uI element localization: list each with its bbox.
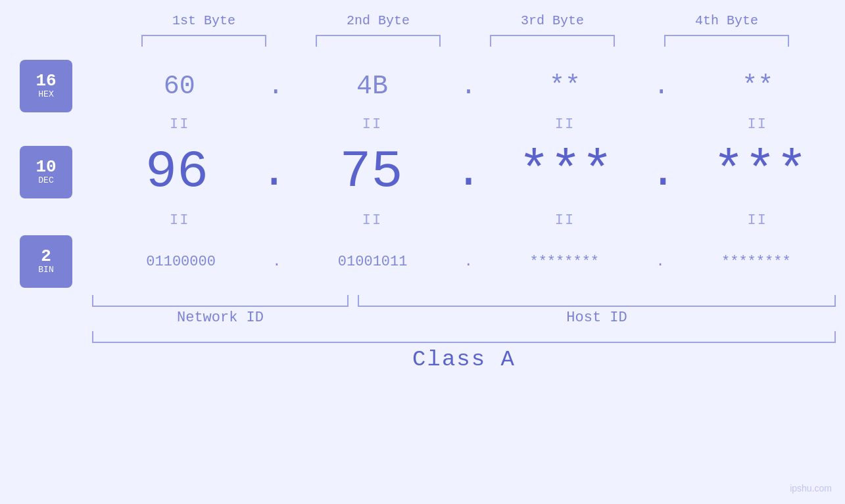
hex-cell-1: 60 xyxy=(104,72,255,101)
host-id-label: Host ID xyxy=(358,309,836,326)
hex-val-2: 4B xyxy=(356,72,388,101)
dec-dot-2: . xyxy=(454,147,482,198)
hex-badge: 16 HEX xyxy=(20,60,72,112)
dec-cell-4: *** xyxy=(685,146,836,198)
class-label: Class A xyxy=(92,347,836,372)
equals2-4: II xyxy=(748,212,767,229)
hex-val-4: ** xyxy=(742,72,773,101)
hex-dot-1: . xyxy=(268,72,283,101)
byte-headers: 1st Byte 2nd Byte 3rd Byte 4th Byte xyxy=(117,13,814,28)
top-bracket-3 xyxy=(490,35,615,47)
bin-cell-3: ******** xyxy=(489,254,640,270)
bin-badge-num: 2 xyxy=(41,248,51,265)
top-brackets xyxy=(117,35,814,47)
dec-badge-num: 10 xyxy=(36,158,56,175)
byte4-header: 4th Byte xyxy=(651,13,802,28)
dec-val-1: 96 xyxy=(145,146,208,198)
top-bracket-1 xyxy=(141,35,266,47)
eq2-cell-4: II xyxy=(682,212,833,229)
byte2-header: 2nd Byte xyxy=(302,13,454,28)
bin-dot-1: . xyxy=(272,254,281,270)
hex-badge-label: HEX xyxy=(38,89,53,100)
hex-badge-num: 16 xyxy=(36,72,56,89)
network-id-label: Network ID xyxy=(92,309,349,326)
dec-val-2: 75 xyxy=(340,146,403,198)
bin-val-3: ******** xyxy=(529,254,599,270)
dec-cell-1: 96 xyxy=(101,146,253,198)
dec-badge-label: DEC xyxy=(38,175,53,186)
bin-dot-3: . xyxy=(656,254,664,270)
hex-cell-2: 4B xyxy=(297,72,448,101)
dec-cell-2: 75 xyxy=(296,146,447,198)
eq-cell-2: II xyxy=(297,116,448,133)
bin-val-4: ******** xyxy=(721,254,791,270)
equals-4: II xyxy=(748,116,767,133)
eq-cell-3: II xyxy=(489,116,640,133)
network-id-bracket xyxy=(92,295,349,307)
dec-dot-3: . xyxy=(649,147,677,198)
bin-dot-2: . xyxy=(464,254,473,270)
bin-badge: 2 BIN xyxy=(20,235,72,288)
bin-val-1: 01100000 xyxy=(146,254,216,270)
hex-dot-3: . xyxy=(654,72,669,101)
bin-cell-4: ******** xyxy=(681,254,832,270)
dec-dot-1: . xyxy=(260,147,288,198)
eq-cell-1: II xyxy=(104,116,255,133)
eq2-cell-1: II xyxy=(104,212,255,229)
eq2-cell-2: II xyxy=(297,212,448,229)
hex-cell-3: ** xyxy=(489,72,640,101)
equals-3: II xyxy=(555,116,575,133)
class-bracket xyxy=(92,331,836,343)
equals-2: II xyxy=(362,116,382,133)
hex-val-3: ** xyxy=(549,72,581,101)
eq-cell-4: II xyxy=(682,116,833,133)
main-container: 1st Byte 2nd Byte 3rd Byte 4th Byte 16 H… xyxy=(0,0,845,504)
hex-cell-4: ** xyxy=(682,72,833,101)
equals2-3: II xyxy=(555,212,575,229)
host-id-bracket xyxy=(358,295,836,307)
byte1-header: 1st Byte xyxy=(128,13,279,28)
equals-1: II xyxy=(170,116,189,133)
byte3-header: 3rd Byte xyxy=(477,13,628,28)
dec-badge: 10 DEC xyxy=(20,146,72,198)
dec-cell-3: *** xyxy=(490,146,641,198)
eq2-cell-3: II xyxy=(489,212,640,229)
bin-badge-label: BIN xyxy=(38,265,53,275)
bin-cell-2: 01001011 xyxy=(297,254,448,270)
bin-val-2: 01001011 xyxy=(338,254,408,270)
top-bracket-4 xyxy=(664,35,789,47)
dec-val-3: *** xyxy=(518,146,613,198)
equals2-2: II xyxy=(362,212,382,229)
dec-val-4: *** xyxy=(713,146,808,198)
hex-val-1: 60 xyxy=(164,72,195,101)
top-bracket-2 xyxy=(316,35,441,47)
equals2-1: II xyxy=(170,212,189,229)
watermark: ipshu.com xyxy=(790,483,832,493)
hex-dot-2: . xyxy=(460,72,476,101)
bin-cell-1: 01100000 xyxy=(105,254,256,270)
